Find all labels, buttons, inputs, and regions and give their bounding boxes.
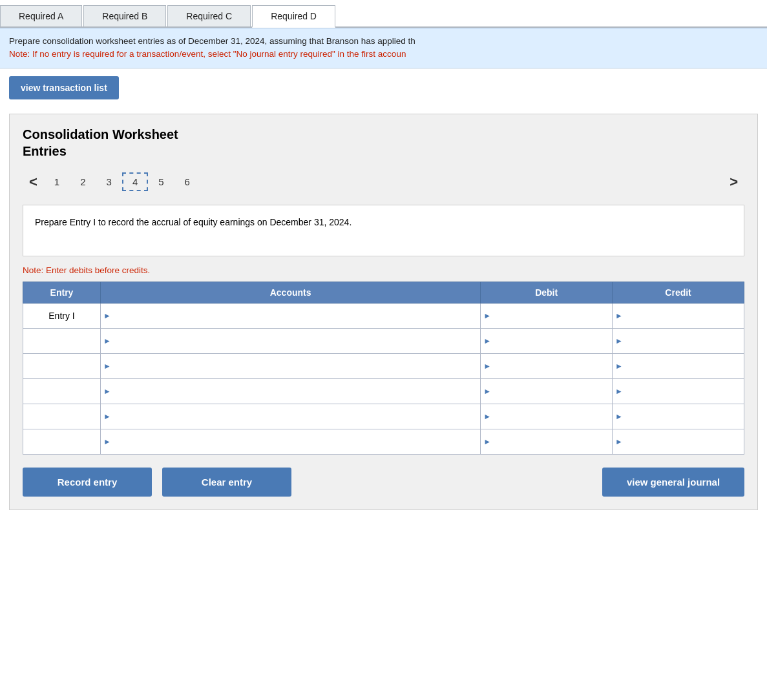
- entry-label-1: [23, 328, 101, 353]
- debit-cell-0[interactable]: ►: [481, 303, 613, 328]
- debit-cell-2[interactable]: ►: [481, 353, 613, 378]
- table-row: ►►►: [23, 353, 744, 378]
- debit-input-4[interactable]: [494, 405, 612, 428]
- debit-input-0[interactable]: [494, 304, 612, 327]
- tab-required-c[interactable]: Required C: [167, 5, 251, 26]
- col-header-credit: Credit: [613, 282, 744, 303]
- debit-cell-4[interactable]: ►: [481, 404, 613, 429]
- credit-arrow-3: ►: [613, 387, 625, 396]
- credit-arrow-2: ►: [613, 362, 625, 371]
- page-6-button[interactable]: 6: [174, 172, 200, 191]
- credit-input-4[interactable]: [625, 405, 744, 428]
- clear-entry-button[interactable]: Clear entry: [162, 468, 291, 497]
- credit-cell-1[interactable]: ►: [613, 328, 744, 353]
- credit-input-2[interactable]: [625, 355, 744, 378]
- worksheet-title-line2: Entries: [23, 144, 67, 158]
- account-arrow-5: ►: [101, 437, 114, 446]
- account-cell-4[interactable]: ►: [101, 404, 481, 429]
- credit-input-0[interactable]: [625, 304, 744, 327]
- worksheet-title-line1: Consolidation Worksheet: [23, 127, 178, 141]
- bottom-buttons: Record entry Clear entry view general jo…: [23, 468, 744, 497]
- info-banner: Prepare consolidation worksheet entries …: [0, 28, 767, 68]
- account-cell-2[interactable]: ►: [101, 353, 481, 378]
- debit-input-1[interactable]: [494, 329, 612, 353]
- debit-input-2[interactable]: [494, 355, 612, 378]
- credit-cell-5[interactable]: ►: [613, 429, 744, 454]
- entry-label-4: [23, 404, 101, 429]
- tab-required-b[interactable]: Required B: [83, 5, 166, 26]
- debit-arrow-5: ►: [481, 437, 494, 446]
- debit-cell-3[interactable]: ►: [481, 378, 613, 404]
- table-row: ►►►: [23, 404, 744, 429]
- entry-label-2: [23, 353, 101, 378]
- page-2-button[interactable]: 2: [70, 172, 96, 191]
- col-header-accounts: Accounts: [101, 282, 481, 303]
- view-transaction-bar: view transaction list: [0, 68, 767, 107]
- page-3-button[interactable]: 3: [96, 172, 122, 191]
- debit-note: Note: Enter debits before credits.: [23, 265, 744, 275]
- credit-arrow-1: ►: [613, 336, 625, 345]
- debit-arrow-4: ►: [481, 412, 494, 421]
- table-row: ►►►: [23, 429, 744, 454]
- entry-table: Entry Accounts Debit Credit Entry I►►►►►…: [23, 282, 744, 455]
- info-banner-note-text: Note: If no entry is required for a tran…: [9, 49, 406, 59]
- credit-input-1[interactable]: [625, 329, 744, 353]
- entry-label-3: [23, 378, 101, 404]
- entry-description: Prepare Entry I to record the accrual of…: [23, 205, 744, 256]
- worksheet-title: Consolidation Worksheet Entries: [23, 126, 744, 160]
- account-cell-5[interactable]: ►: [101, 429, 481, 454]
- credit-cell-2[interactable]: ►: [613, 353, 744, 378]
- account-arrow-2: ►: [101, 362, 114, 371]
- account-arrow-3: ►: [101, 387, 114, 396]
- entry-description-text: Prepare Entry I to record the accrual of…: [35, 217, 352, 227]
- info-banner-main-text: Prepare consolidation worksheet entries …: [9, 36, 415, 46]
- credit-input-3[interactable]: [625, 380, 744, 403]
- col-header-entry: Entry: [23, 282, 101, 303]
- tabs-bar: Required A Required B Required C Require…: [0, 0, 767, 28]
- credit-cell-3[interactable]: ►: [613, 378, 744, 404]
- account-input-2[interactable]: [114, 355, 480, 378]
- account-input-1[interactable]: [114, 329, 480, 353]
- account-cell-1[interactable]: ►: [101, 328, 481, 353]
- prev-page-button[interactable]: <: [23, 171, 44, 193]
- entry-label-5: [23, 429, 101, 454]
- account-cell-3[interactable]: ►: [101, 378, 481, 404]
- credit-arrow-0: ►: [613, 311, 625, 320]
- debit-arrow-3: ►: [481, 387, 494, 396]
- debit-cell-5[interactable]: ►: [481, 429, 613, 454]
- debit-arrow-0: ►: [481, 311, 494, 320]
- page-1-button[interactable]: 1: [44, 172, 70, 191]
- debit-arrow-2: ►: [481, 362, 494, 371]
- tab-required-a[interactable]: Required A: [0, 5, 82, 26]
- record-entry-button[interactable]: Record entry: [23, 468, 152, 497]
- col-header-debit: Debit: [481, 282, 613, 303]
- next-page-button[interactable]: >: [723, 171, 744, 193]
- credit-cell-4[interactable]: ►: [613, 404, 744, 429]
- view-general-journal-button[interactable]: view general journal: [602, 468, 744, 497]
- entry-label-0: Entry I: [23, 303, 101, 328]
- table-row: ►►►: [23, 328, 744, 353]
- main-card: Consolidation Worksheet Entries < 1 2 3 …: [9, 114, 758, 510]
- debit-cell-1[interactable]: ►: [481, 328, 613, 353]
- account-arrow-4: ►: [101, 412, 114, 421]
- account-input-5[interactable]: [114, 430, 480, 453]
- account-input-4[interactable]: [114, 405, 480, 428]
- tab-required-d[interactable]: Required D: [252, 5, 335, 28]
- account-input-3[interactable]: [114, 380, 480, 403]
- page-4-button[interactable]: 4: [122, 172, 148, 191]
- credit-arrow-4: ►: [613, 412, 625, 421]
- credit-input-5[interactable]: [625, 430, 744, 453]
- page-5-button[interactable]: 5: [148, 172, 174, 191]
- view-transaction-list-button[interactable]: view transaction list: [9, 76, 119, 99]
- pagination: < 1 2 3 4 5 6 >: [23, 171, 744, 193]
- table-row: ►►►: [23, 378, 744, 404]
- credit-cell-0[interactable]: ►: [613, 303, 744, 328]
- credit-arrow-5: ►: [613, 437, 625, 446]
- table-row: Entry I►►►: [23, 303, 744, 328]
- debit-input-3[interactable]: [494, 380, 612, 403]
- debit-input-5[interactable]: [494, 430, 612, 453]
- account-input-0[interactable]: [114, 304, 480, 327]
- account-arrow-0: ►: [101, 311, 114, 320]
- account-arrow-1: ►: [101, 336, 114, 345]
- account-cell-0[interactable]: ►: [101, 303, 481, 328]
